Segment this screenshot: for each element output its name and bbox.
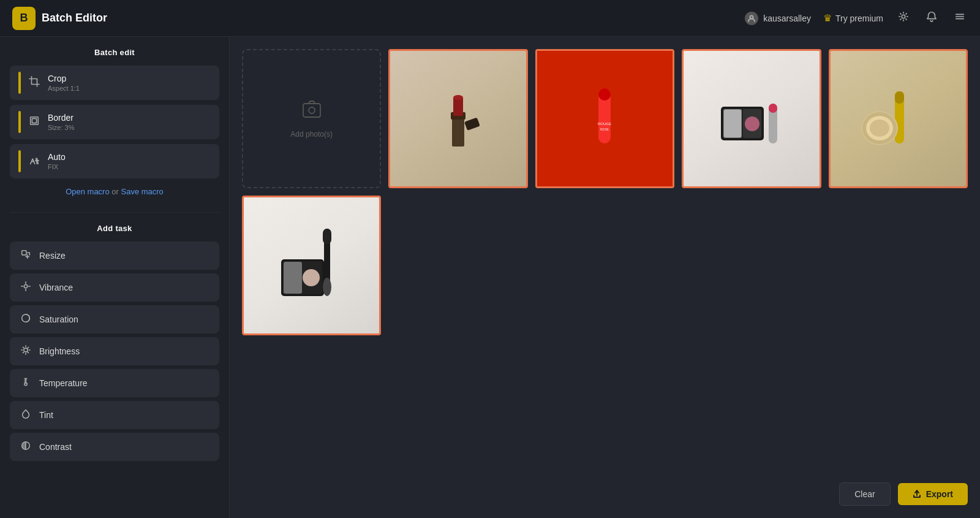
border-task-info: Border Size: 3%: [48, 113, 74, 131]
tint-label: Tint: [39, 410, 53, 420]
sidebar: Batch edit Crop Aspect 1:1: [0, 37, 230, 518]
photo-image-4: [831, 51, 966, 186]
svg-rect-6: [32, 118, 36, 123]
macro-links: Open macro or Save macro: [10, 183, 219, 205]
photo-cell-5[interactable]: [242, 196, 381, 335]
tint-icon: [20, 408, 32, 422]
svg-point-11: [24, 383, 28, 386]
batch-task-crop[interactable]: Crop Aspect 1:1: [10, 66, 219, 100]
svg-point-44: [323, 278, 331, 296]
user-avatar: [745, 12, 758, 25]
photos-grid: Add photo(s): [242, 49, 968, 348]
svg-text:ROUGE: ROUGE: [598, 122, 611, 126]
add-task-tint[interactable]: Tint: [10, 401, 219, 429]
premium-label: Try premium: [835, 13, 883, 23]
clear-button[interactable]: Clear: [839, 482, 890, 506]
brightness-icon: [20, 345, 32, 358]
resize-icon: [20, 249, 32, 262]
svg-rect-13: [303, 104, 320, 117]
add-task-temperature[interactable]: Temperature: [10, 369, 219, 397]
batch-task-border[interactable]: Border Size: 3%: [10, 105, 219, 139]
crop-task-sub: Aspect 1:1: [48, 85, 80, 92]
photo-cell-2[interactable]: ROUGE ROSE: [535, 49, 674, 188]
auto-task-sub: FIX: [48, 163, 66, 170]
svg-rect-7: [22, 251, 26, 255]
photo-cell-1[interactable]: [388, 49, 527, 188]
svg-rect-21: [598, 88, 611, 101]
save-macro-link[interactable]: Save macro: [121, 187, 163, 196]
svg-text:ROSE: ROSE: [600, 128, 609, 131]
export-label: Export: [926, 489, 953, 499]
resize-label: Resize: [39, 251, 66, 261]
svg-rect-27: [724, 110, 741, 137]
crop-task-name: Crop: [48, 74, 80, 83]
add-photos-label: Add photo(s): [290, 130, 333, 139]
export-button[interactable]: Export: [898, 483, 968, 505]
svg-point-41: [303, 269, 320, 286]
photo-image-3: [684, 51, 819, 186]
open-macro-link[interactable]: Open macro: [66, 187, 110, 196]
auto-task-info: Auto FIX: [48, 152, 66, 170]
add-task-contrast[interactable]: Contrast: [10, 433, 219, 461]
temperature-label: Temperature: [39, 378, 88, 388]
add-task-vibrance[interactable]: Vibrance: [10, 273, 219, 302]
batch-task-auto[interactable]: Auto FIX: [10, 144, 219, 178]
add-photo-icon: [301, 99, 323, 125]
svg-point-10: [24, 348, 28, 352]
svg-point-1: [902, 15, 905, 18]
app-title: Batch Editor: [42, 12, 107, 25]
settings-icon: [898, 11, 909, 22]
photo-cell-4[interactable]: [829, 49, 968, 188]
add-task-brightness[interactable]: Brightness: [10, 337, 219, 365]
username-label: kausarsalley: [763, 13, 811, 23]
photo-image-5: [244, 197, 379, 333]
header-right: kausarsalley ♛ Try premium: [745, 9, 968, 28]
svg-point-37: [870, 120, 889, 137]
add-task-section: Add task Resize: [0, 213, 229, 472]
svg-rect-40: [284, 262, 302, 294]
add-task-title: Add task: [10, 224, 219, 233]
task-accent-crop: [18, 72, 21, 94]
photo-image-2: ROUGE ROSE: [537, 51, 673, 186]
photo-image-1: [390, 51, 526, 186]
export-icon: [913, 490, 921, 498]
task-accent-border: [18, 111, 21, 133]
logo-area: B Batch Editor: [12, 7, 745, 30]
add-task-resize[interactable]: Resize: [10, 242, 219, 270]
temperature-icon: [20, 376, 32, 390]
contrast-icon: [20, 440, 32, 454]
border-task-name: Border: [48, 113, 74, 123]
svg-rect-43: [323, 229, 331, 244]
content-area: Add photo(s): [230, 37, 980, 518]
bell-icon: [926, 11, 937, 22]
vibrance-icon: [20, 281, 32, 294]
vibrance-label: Vibrance: [39, 283, 73, 292]
border-icon: [28, 115, 40, 129]
premium-button[interactable]: ♛ Try premium: [823, 12, 883, 24]
auto-icon: [28, 154, 40, 168]
batch-edit-title: Batch edit: [10, 48, 219, 57]
settings-button[interactable]: [895, 9, 911, 28]
batch-edit-section: Batch edit Crop Aspect 1:1: [0, 37, 229, 212]
menu-button[interactable]: [952, 9, 968, 28]
add-task-saturation[interactable]: Saturation: [10, 305, 219, 333]
svg-rect-31: [769, 104, 777, 113]
photo-cell-3[interactable]: [682, 49, 821, 188]
menu-icon: [954, 11, 965, 22]
user-area[interactable]: kausarsalley: [745, 12, 811, 25]
svg-rect-15: [452, 116, 464, 147]
svg-point-18: [453, 95, 463, 100]
task-accent-auto: [18, 150, 21, 172]
user-icon: [747, 14, 756, 23]
crop-task-info: Crop Aspect 1:1: [48, 74, 80, 92]
action-bar: Clear Export: [242, 473, 968, 506]
app-logo: B: [12, 7, 36, 30]
crop-icon: [28, 76, 40, 90]
svg-point-14: [309, 107, 315, 113]
add-photo-cell[interactable]: Add photo(s): [242, 49, 381, 188]
notifications-button[interactable]: [924, 9, 940, 28]
svg-point-29: [745, 116, 760, 131]
main-layout: Batch edit Crop Aspect 1:1: [0, 37, 980, 518]
app-header: B Batch Editor kausarsalley ♛ Try premiu…: [0, 0, 980, 37]
svg-rect-19: [464, 117, 480, 131]
